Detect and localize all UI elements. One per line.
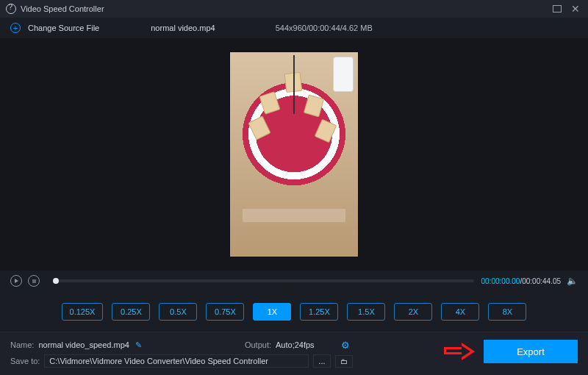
speed-button-1x[interactable]: 1X [253, 303, 291, 321]
speed-button-8x[interactable]: 8X [488, 303, 526, 321]
add-source-icon[interactable]: + [10, 23, 21, 33]
export-button[interactable]: Export [484, 340, 578, 363]
volume-icon[interactable]: 🔈 [567, 276, 578, 286]
source-bar: + Change Source File normal video.mp4 54… [0, 18, 588, 38]
output-value: Auto;24fps [276, 340, 315, 349]
speed-button-0.75x[interactable]: 0.75X [206, 303, 244, 321]
seek-bar[interactable] [53, 279, 474, 282]
speed-button-0.25x[interactable]: 0.25X [112, 303, 150, 321]
save-path-field[interactable]: C:\Vidmore\Vidmore Video Converter\Video… [44, 354, 309, 368]
name-value: normal video_speed.mp4 [38, 340, 129, 349]
stop-button[interactable] [28, 275, 40, 287]
video-preview-area [0, 38, 588, 271]
app-title: Video Speed Controller [21, 4, 104, 13]
name-label: Name: [10, 340, 34, 349]
speed-button-0.125x[interactable]: 0.125X [62, 303, 104, 321]
play-button[interactable] [10, 275, 22, 287]
source-metadata: 544x960/00:00:44/4.62 MB [276, 24, 373, 32]
app-icon [6, 4, 16, 14]
output-label: Output: [245, 340, 271, 349]
output-settings-icon[interactable]: ⚙ [341, 340, 350, 351]
change-source-button[interactable]: Change Source File [28, 24, 99, 32]
edit-name-icon[interactable]: ✎ [135, 340, 142, 350]
speed-selector: 0.125X0.25X0.5X0.75X1X1.25X1.5X2X4X8X [0, 291, 588, 332]
speed-button-1.5x[interactable]: 1.5X [347, 303, 385, 321]
speed-button-1.25x[interactable]: 1.25X [300, 303, 338, 321]
save-to-label: Save to: [10, 357, 40, 365]
seek-knob[interactable] [53, 278, 59, 284]
close-button[interactable]: ✕ [569, 4, 582, 14]
speed-button-0.5x[interactable]: 0.5X [159, 303, 197, 321]
thumbnail-decor [250, 102, 338, 154]
open-folder-icon[interactable]: 🗀 [335, 355, 353, 368]
browse-button[interactable]: ... [313, 354, 330, 368]
source-filename: normal video.mp4 [151, 24, 215, 32]
title-bar[interactable]: Video Speed Controller ✕ [0, 0, 588, 18]
speed-button-2x[interactable]: 2X [394, 303, 432, 321]
video-thumbnail[interactable] [230, 52, 358, 257]
time-duration: 00:00:44.05 [522, 277, 561, 285]
footer: Name: normal video_speed.mp4 ✎ Output: A… [0, 332, 588, 375]
time-current: 00:00:00.00 [481, 277, 520, 285]
app-window: Video Speed Controller ✕ + Change Source… [0, 0, 588, 375]
speed-button-4x[interactable]: 4X [441, 303, 479, 321]
playback-controls: 00:00:00.00 / 00:00:44.05 🔈 [0, 271, 588, 291]
maximize-button[interactable] [553, 5, 562, 12]
